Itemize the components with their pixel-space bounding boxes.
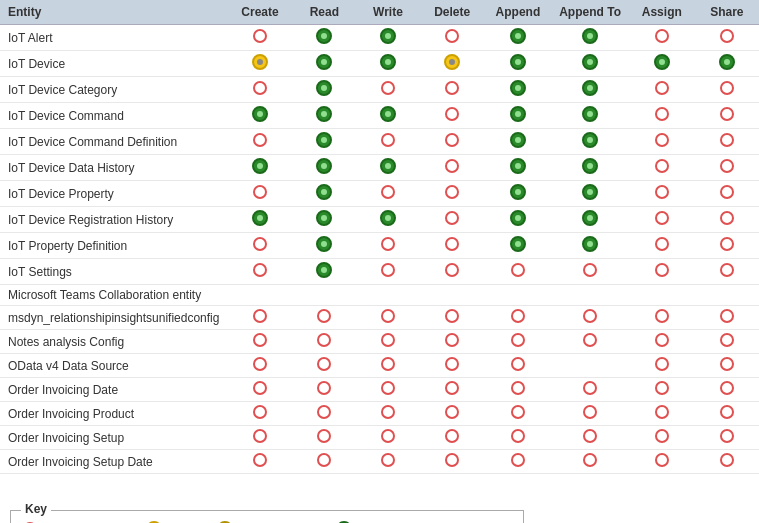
permission-cell-write[interactable]	[356, 378, 420, 402]
parent-permission-icon[interactable]	[582, 106, 598, 122]
none-permission-icon[interactable]	[381, 185, 395, 199]
none-permission-icon[interactable]	[655, 333, 669, 347]
none-permission-icon[interactable]	[445, 81, 459, 95]
permission-cell-appendTo[interactable]	[551, 354, 629, 378]
parent-permission-icon[interactable]	[510, 106, 526, 122]
permission-cell-write[interactable]	[356, 450, 420, 474]
none-permission-icon[interactable]	[511, 453, 525, 467]
none-permission-icon[interactable]	[381, 333, 395, 347]
none-permission-icon[interactable]	[445, 429, 459, 443]
parent-permission-icon[interactable]	[510, 184, 526, 200]
none-permission-icon[interactable]	[720, 159, 734, 173]
none-permission-icon[interactable]	[583, 453, 597, 467]
parent-permission-icon[interactable]	[316, 28, 332, 44]
permission-cell-assign[interactable]	[629, 77, 695, 103]
permission-cell-create[interactable]	[227, 77, 292, 103]
permission-cell-write[interactable]	[356, 155, 420, 181]
parent-permission-icon[interactable]	[582, 184, 598, 200]
permission-cell-append[interactable]	[485, 181, 552, 207]
permission-cell-write[interactable]	[356, 51, 420, 77]
parent-permission-icon[interactable]	[510, 132, 526, 148]
permission-cell-write[interactable]	[356, 402, 420, 426]
permission-cell-share[interactable]	[695, 233, 759, 259]
permission-cell-appendTo[interactable]	[551, 378, 629, 402]
permission-cell-append[interactable]	[485, 77, 552, 103]
permission-cell-appendTo[interactable]	[551, 330, 629, 354]
parent-permission-icon[interactable]	[252, 158, 268, 174]
none-permission-icon[interactable]	[583, 405, 597, 419]
parent-permission-icon[interactable]	[252, 210, 268, 226]
permission-cell-assign[interactable]	[629, 354, 695, 378]
permission-cell-delete[interactable]	[420, 402, 485, 426]
permission-cell-share[interactable]	[695, 155, 759, 181]
none-permission-icon[interactable]	[720, 263, 734, 277]
none-permission-icon[interactable]	[445, 185, 459, 199]
permission-cell-share[interactable]	[695, 426, 759, 450]
permission-cell-delete[interactable]	[420, 207, 485, 233]
none-permission-icon[interactable]	[317, 429, 331, 443]
none-permission-icon[interactable]	[253, 429, 267, 443]
parent-permission-icon[interactable]	[510, 80, 526, 96]
parent-permission-icon[interactable]	[582, 210, 598, 226]
permission-cell-append[interactable]	[485, 259, 552, 285]
permission-cell-appendTo[interactable]	[551, 51, 629, 77]
none-permission-icon[interactable]	[445, 309, 459, 323]
none-permission-icon[interactable]	[655, 237, 669, 251]
parent-permission-icon[interactable]	[316, 262, 332, 278]
permission-cell-share[interactable]	[695, 354, 759, 378]
parent-permission-icon[interactable]	[582, 80, 598, 96]
none-permission-icon[interactable]	[720, 81, 734, 95]
none-permission-icon[interactable]	[655, 159, 669, 173]
none-permission-icon[interactable]	[253, 333, 267, 347]
permission-cell-append[interactable]	[485, 233, 552, 259]
none-permission-icon[interactable]	[381, 263, 395, 277]
none-permission-icon[interactable]	[445, 357, 459, 371]
permission-cell-delete[interactable]	[420, 426, 485, 450]
none-permission-icon[interactable]	[317, 309, 331, 323]
permission-cell-create[interactable]	[227, 181, 292, 207]
permission-cell-create[interactable]	[227, 103, 292, 129]
none-permission-icon[interactable]	[253, 381, 267, 395]
parent-permission-icon[interactable]	[510, 54, 526, 70]
none-permission-icon[interactable]	[655, 453, 669, 467]
parent-permission-icon[interactable]	[654, 54, 670, 70]
permission-cell-write[interactable]	[356, 77, 420, 103]
none-permission-icon[interactable]	[655, 133, 669, 147]
permission-cell-create[interactable]	[227, 285, 292, 306]
parent-permission-icon[interactable]	[316, 132, 332, 148]
permission-cell-read[interactable]	[293, 402, 357, 426]
parent-permission-icon[interactable]	[380, 28, 396, 44]
permission-cell-write[interactable]	[356, 103, 420, 129]
permission-cell-append[interactable]	[485, 129, 552, 155]
none-permission-icon[interactable]	[655, 263, 669, 277]
permission-cell-share[interactable]	[695, 450, 759, 474]
none-permission-icon[interactable]	[720, 453, 734, 467]
none-permission-icon[interactable]	[720, 309, 734, 323]
permission-cell-share[interactable]	[695, 103, 759, 129]
user-permission-icon[interactable]	[444, 54, 460, 70]
permission-cell-assign[interactable]	[629, 259, 695, 285]
permission-cell-create[interactable]	[227, 155, 292, 181]
permission-cell-create[interactable]	[227, 259, 292, 285]
none-permission-icon[interactable]	[381, 357, 395, 371]
permission-cell-assign[interactable]	[629, 207, 695, 233]
none-permission-icon[interactable]	[655, 185, 669, 199]
permission-cell-delete[interactable]	[420, 51, 485, 77]
permission-cell-create[interactable]	[227, 51, 292, 77]
none-permission-icon[interactable]	[720, 429, 734, 443]
none-permission-icon[interactable]	[720, 357, 734, 371]
none-permission-icon[interactable]	[317, 453, 331, 467]
permission-cell-share[interactable]	[695, 285, 759, 306]
permission-cell-create[interactable]	[227, 207, 292, 233]
none-permission-icon[interactable]	[445, 211, 459, 225]
parent-permission-icon[interactable]	[252, 106, 268, 122]
none-permission-icon[interactable]	[253, 81, 267, 95]
parent-permission-icon[interactable]	[510, 236, 526, 252]
permission-cell-appendTo[interactable]	[551, 233, 629, 259]
permission-cell-delete[interactable]	[420, 233, 485, 259]
none-permission-icon[interactable]	[381, 453, 395, 467]
parent-permission-icon[interactable]	[582, 132, 598, 148]
none-permission-icon[interactable]	[381, 237, 395, 251]
permission-cell-delete[interactable]	[420, 378, 485, 402]
permission-cell-read[interactable]	[293, 426, 357, 450]
